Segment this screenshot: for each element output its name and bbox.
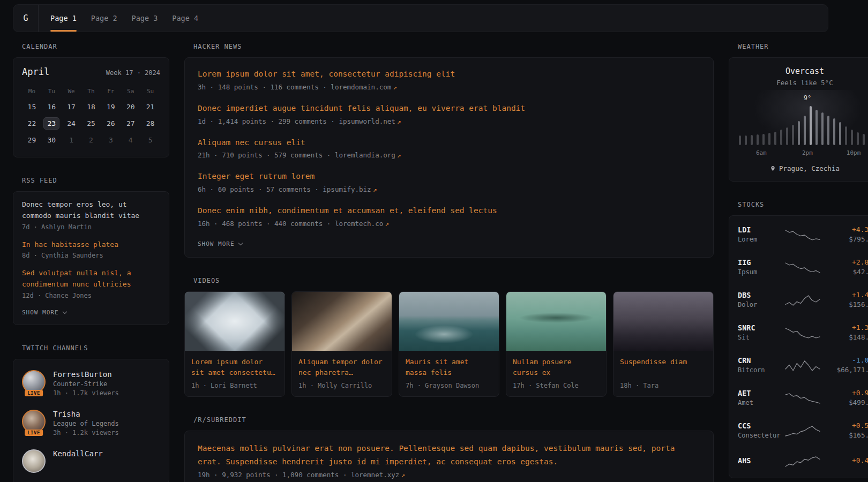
rss-item-link[interactable]: Donec tempor eros leo, ut commodo mauris… <box>22 199 160 222</box>
video-title-link[interactable]: Lorem ipsum dolor sit amet consectetu… <box>191 357 278 378</box>
stock-name: Bitcorn <box>738 366 784 374</box>
stock-row[interactable]: AETAmet +0.92%$499.72 <box>738 381 868 414</box>
calendar-day-next-month: 5 <box>140 132 160 148</box>
weekday-label: Sa <box>121 84 140 99</box>
stock-row[interactable]: AHS +0.46% <box>738 447 868 476</box>
hn-item-link[interactable]: Donec imperdiet augue tincidunt felis al… <box>198 103 700 115</box>
stock-sparkline <box>784 260 821 274</box>
stock-name: Lorem <box>738 236 784 243</box>
tab-page-1[interactable]: Page 1 <box>50 5 77 32</box>
weather-hourly-chart: 9° <box>739 94 868 145</box>
rss-widget: Donec tempor eros leo, ut commodo mauris… <box>13 191 169 325</box>
stock-sparkline <box>784 293 821 307</box>
calendar-day-next-month: 1 <box>62 132 81 148</box>
rss-item-meta: 7d · Ashlyn Martin <box>22 223 160 231</box>
rss-item: Donec tempor eros leo, ut commodo mauris… <box>22 199 160 231</box>
calendar-week-year: Week 17 · 2024 <box>106 69 160 77</box>
hn-item-domain-link[interactable]: ipsumworld.net <box>339 117 395 125</box>
calendar-day: 18 <box>81 99 101 115</box>
external-link-icon: ↗ <box>397 117 401 125</box>
stock-row[interactable]: SNRCSit +1.36%$148.64 <box>738 316 868 349</box>
weekday-label: Su <box>140 84 160 99</box>
stock-row[interactable]: LDILorem +4.35%$795.18 <box>738 218 868 251</box>
stock-price: $165.84 <box>821 431 868 439</box>
stock-price: $156.28 <box>821 300 868 308</box>
live-badge: LIVE <box>25 430 43 436</box>
twitch-channel-category: Counter-Strike <box>53 380 119 388</box>
stock-name: Consectetur <box>738 432 784 439</box>
stock-change: +4.35% <box>821 225 868 234</box>
stock-row[interactable]: IIGIpsum +2.84%$42.04 <box>738 251 868 283</box>
stock-row[interactable]: DBSDolor +1.42%$156.28 <box>738 283 868 316</box>
subreddit-post-link[interactable]: Maecenas mollis pulvinar erat non posuer… <box>198 442 700 468</box>
hn-item-link[interactable]: Donec enim nibh, condimentum et accumsan… <box>198 205 700 217</box>
stocks-widget: LDILorem +4.35%$795.18 IIGIpsum +2.84%$4… <box>729 215 868 478</box>
rss-show-more-button[interactable]: SHOW MORE <box>22 308 66 317</box>
weekday-label: Mo <box>22 84 42 99</box>
video-thumbnail[interactable] <box>185 292 285 351</box>
videos-section-title: VIDEOS <box>193 277 714 284</box>
hn-item: Integer eget rutrum lorem 6h · 60 points… <box>198 171 700 193</box>
rss-item-link[interactable]: In hac habitasse platea <box>22 239 160 251</box>
right-column: WEATHER Overcast Feels like 5°C 9° 6am 2… <box>729 32 868 482</box>
stock-price: $66,171.48 <box>821 366 868 374</box>
hn-item: Lorem ipsum dolor sit amet, consectetur … <box>198 69 700 91</box>
dashboard-grid: CALENDAR April Week 17 · 2024 Mo Tu We T… <box>13 32 828 482</box>
hn-item-link[interactable]: Aliquam nec cursus elit <box>198 137 700 149</box>
weather-location: Prague, Czechia <box>739 164 868 172</box>
hn-item-link[interactable]: Lorem ipsum dolor sit amet, consectetur … <box>198 69 700 80</box>
video-title-link[interactable]: Aliquam tempor dolor nec pharetra… <box>298 357 385 378</box>
video-title-link[interactable]: Mauris sit amet massa felis <box>406 357 492 378</box>
video-title-link[interactable]: Suspendisse diam <box>620 357 707 378</box>
calendar-day: 16 <box>42 99 62 115</box>
hn-item-link[interactable]: Integer eget rutrum lorem <box>198 171 700 183</box>
live-badge: LIVE <box>25 390 43 396</box>
rss-item-meta: 8d · Cynthia Saunders <box>22 252 160 259</box>
hn-item-domain-link[interactable]: ipsumify.biz <box>323 185 371 193</box>
stock-change: -1.00% <box>821 356 868 364</box>
stock-sparkline <box>784 228 821 242</box>
twitch-channel-name[interactable]: KendallCarr <box>53 449 103 458</box>
stock-symbol: CCS <box>738 421 784 430</box>
calendar-day-next-month: 4 <box>121 132 140 148</box>
page: G Page 1 Page 2 Page 3 Page 4 CALENDAR A… <box>13 4 828 482</box>
hn-item: Donec enim nibh, condimentum et accumsan… <box>198 205 700 228</box>
tab-page-2[interactable]: Page 2 <box>91 5 117 32</box>
weather-location-text: Prague, Czechia <box>779 164 840 172</box>
tab-page-4[interactable]: Page 4 <box>172 5 198 32</box>
video-title-link[interactable]: Nullam posuere cursus ex <box>513 357 600 378</box>
twitch-channel-name[interactable]: Trisha <box>53 410 80 418</box>
tab-page-3[interactable]: Page 3 <box>132 5 158 32</box>
twitch-avatar[interactable]: LIVE <box>22 410 46 433</box>
video-meta: 17h · Stefan Cole <box>513 382 600 389</box>
weather-widget: Overcast Feels like 5°C 9° 6am 2pm 10pm … <box>729 57 868 182</box>
stock-name: Sit <box>738 334 784 341</box>
video-thumbnail[interactable] <box>292 292 392 351</box>
topbar: G Page 1 Page 2 Page 3 Page 4 <box>13 4 828 32</box>
hn-item-domain-link[interactable]: loremtech.co <box>335 220 383 228</box>
video-thumbnail[interactable] <box>613 292 713 351</box>
hn-item-domain-link[interactable]: loremdomain.com <box>331 83 391 91</box>
twitch-widget: LIVE ForrestBurton Counter-Strike 1h · 1… <box>13 359 169 482</box>
stock-price: $499.72 <box>821 398 868 406</box>
hackernews-widget: Lorem ipsum dolor sit amet, consectetur … <box>184 57 714 258</box>
video-card: Suspendisse diam 18h · Tara <box>613 291 714 397</box>
subreddit-section-title: /R/SUBREDDIT <box>193 416 714 424</box>
video-thumbnail[interactable] <box>399 292 499 351</box>
hn-item-domain-link[interactable]: loremlandia.org <box>335 151 395 159</box>
app-logo[interactable]: G <box>13 5 39 32</box>
stock-row[interactable]: CRNBitcorn -1.00%$66,171.48 <box>738 349 868 381</box>
subreddit-domain-link[interactable]: loremnet.xyz <box>351 471 399 479</box>
twitch-channel-name[interactable]: ForrestBurton <box>53 370 112 379</box>
hn-show-more-button[interactable]: SHOW MORE <box>198 239 242 248</box>
stock-row[interactable]: CCSConsectetur +0.51%$165.84 <box>738 414 868 447</box>
twitch-avatar[interactable]: LIVE <box>22 370 46 394</box>
external-link-icon: ↗ <box>385 220 389 228</box>
calendar-day: 30 <box>42 132 62 148</box>
twitch-avatar[interactable] <box>22 449 46 473</box>
rss-item-link[interactable]: Sed volutpat nulla nisl, a condimentum n… <box>22 268 160 290</box>
stock-sparkline <box>784 391 821 405</box>
hn-item: Donec imperdiet augue tincidunt felis al… <box>198 103 700 125</box>
stock-sparkline <box>784 454 821 468</box>
video-thumbnail[interactable] <box>506 292 606 351</box>
